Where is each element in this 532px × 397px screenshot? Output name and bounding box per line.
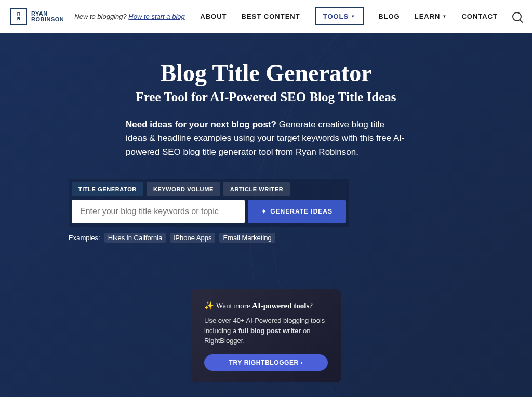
tagline-prefix: New to blogging? xyxy=(74,12,128,20)
primary-nav: ABOUT BEST CONTENT TOOLS ▼ BLOG LEARN ▼ … xyxy=(200,7,522,25)
promo-body-bold: full blog post writer xyxy=(238,327,301,335)
nav-blog[interactable]: BLOG xyxy=(378,12,400,20)
start-blog-link[interactable]: How to start a blog xyxy=(128,12,184,20)
example-chip[interactable]: Email Marketing xyxy=(219,233,275,243)
nav-tools-label: TOOLS xyxy=(323,12,349,20)
logo-text: RYAN ROBINSON xyxy=(31,11,64,22)
try-rightblogger-button[interactable]: TRY RIGHTBLOGGER › xyxy=(204,354,328,371)
page-subtitle: Free Tool for AI-Powered SEO Blog Title … xyxy=(69,90,463,104)
desc-bold: Need ideas for your next blog post? xyxy=(126,120,276,129)
sparkle-icon: ✦ xyxy=(261,208,267,215)
logo-link[interactable]: RR RYAN ROBINSON xyxy=(10,8,64,25)
promo-title-post: ? xyxy=(309,301,313,310)
search-icon[interactable] xyxy=(512,12,522,21)
hero-inner: Blog Title Generator Free Tool for AI-Po… xyxy=(69,59,463,382)
nav-about[interactable]: ABOUT xyxy=(200,12,227,20)
tagline: New to blogging? How to start a blog xyxy=(74,12,184,20)
promo-title-bold: AI-powered tools xyxy=(252,301,309,310)
logo-area: RR RYAN ROBINSON New to blogging? How to… xyxy=(10,8,185,25)
examples-label: Examples: xyxy=(69,234,100,242)
promo-title-pre: ✨ Want more xyxy=(204,301,252,310)
logo-icon: RR xyxy=(10,8,27,25)
nav-contact[interactable]: CONTACT xyxy=(461,12,498,20)
examples-row: Examples: Hikes in California iPhone App… xyxy=(69,233,463,243)
nav-tools[interactable]: TOOLS ▼ xyxy=(315,7,364,25)
tool-tabs: TITLE GENERATOR KEYWORD VOLUME ARTICLE W… xyxy=(72,182,346,196)
hero: Blog Title Generator Free Tool for AI-Po… xyxy=(0,33,532,397)
chevron-down-icon: ▼ xyxy=(351,14,355,19)
nav-learn-label: LEARN xyxy=(415,12,441,20)
promo-body: Use over 40+ AI-Powered blogging tools i… xyxy=(204,315,328,346)
example-chip[interactable]: Hikes in California xyxy=(104,233,166,243)
page-description: Need ideas for your next blog post? Gene… xyxy=(126,118,406,159)
generate-button-label: GENERATE IDEAS xyxy=(270,208,332,215)
logo-text-bot: ROBINSON xyxy=(31,17,64,22)
promo-card: ✨ Want more AI-powered tools? Use over 4… xyxy=(191,289,341,382)
tab-title-generator[interactable]: TITLE GENERATOR xyxy=(72,182,143,196)
logo-text-top: RYAN xyxy=(31,11,64,17)
tab-article-writer[interactable]: ARTICLE WRITER xyxy=(223,182,290,196)
site-header: RR RYAN ROBINSON New to blogging? How to… xyxy=(0,0,532,33)
keywords-input[interactable] xyxy=(72,200,245,223)
chevron-down-icon: ▼ xyxy=(442,14,447,19)
generate-button[interactable]: ✦ GENERATE IDEAS xyxy=(248,200,346,223)
promo-title: ✨ Want more AI-powered tools? xyxy=(204,301,328,310)
example-chip[interactable]: iPhone Apps xyxy=(170,233,215,243)
nav-learn[interactable]: LEARN ▼ xyxy=(415,12,447,20)
tab-keyword-volume[interactable]: KEYWORD VOLUME xyxy=(147,182,220,196)
page-title: Blog Title Generator xyxy=(69,59,463,87)
input-row: ✦ GENERATE IDEAS xyxy=(72,200,346,223)
tool-box: TITLE GENERATOR KEYWORD VOLUME ARTICLE W… xyxy=(69,179,349,227)
nav-best-content[interactable]: BEST CONTENT xyxy=(242,12,300,20)
